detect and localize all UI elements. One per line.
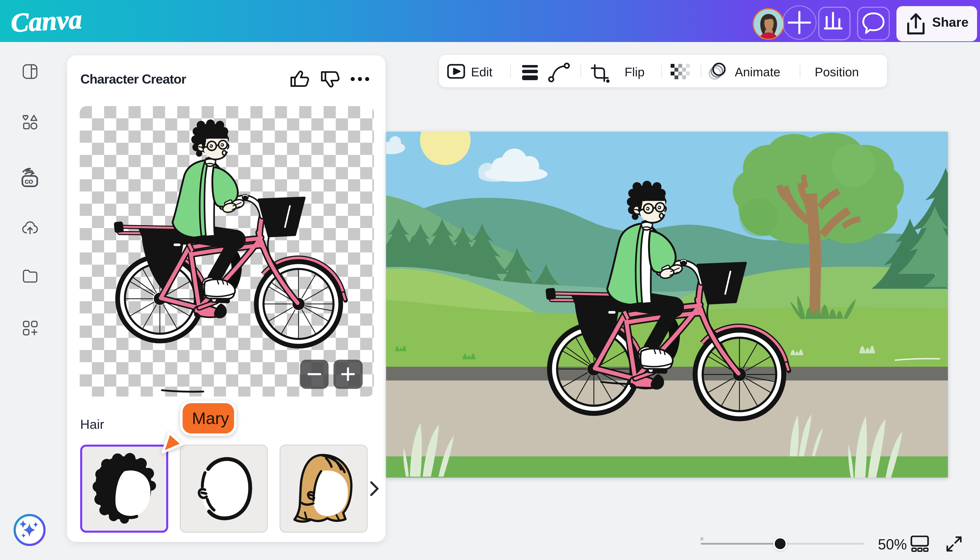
svg-text:Mary: Mary (192, 409, 229, 428)
svg-text:Canva: Canva (10, 5, 83, 38)
svg-text:Animate: Animate (735, 65, 780, 79)
svg-text:co: co (25, 177, 33, 185)
svg-text:Position: Position (815, 65, 859, 79)
svg-text:Flip: Flip (625, 65, 645, 79)
svg-text:Edit: Edit (471, 65, 492, 79)
